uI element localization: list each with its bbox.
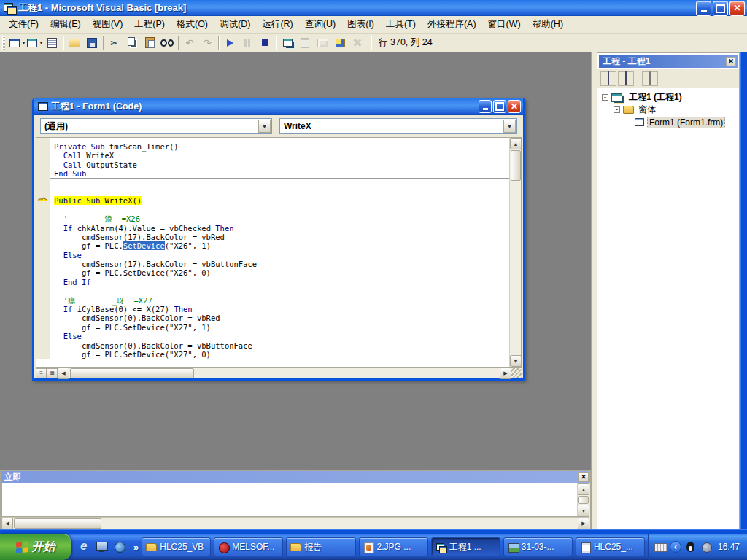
horizontal-scroll-thumb[interactable] bbox=[14, 518, 101, 529]
immediate-close-button[interactable]: ✕ bbox=[578, 472, 589, 482]
code-horizontal-scrollbar[interactable]: ≡ ≣ ◀ ▶ bbox=[36, 367, 522, 378]
code-minimize-button[interactable] bbox=[479, 100, 492, 113]
cut-button[interactable] bbox=[106, 35, 123, 51]
object-dropdown[interactable]: (通用) ▼ bbox=[40, 118, 272, 134]
code-line-text[interactable]: cmdSensor(17).BackColor = vbRed bbox=[50, 233, 509, 241]
immediate-horizontal-scrollbar[interactable]: ◀ ▶ bbox=[1, 517, 589, 529]
code-line-text[interactable]: cmdSensor(0).BackColor = vbButtonFace bbox=[50, 341, 509, 350]
menu-item[interactable]: 运行(R) bbox=[256, 16, 298, 33]
chevron-down-icon[interactable]: ▼ bbox=[503, 120, 516, 133]
run-button[interactable] bbox=[221, 35, 239, 51]
code-line-text[interactable]: Call OutputState bbox=[50, 160, 509, 169]
dropdown-caret-icon[interactable]: ▾ bbox=[22, 39, 25, 46]
code-line-text[interactable] bbox=[50, 287, 509, 295]
tree-row[interactable]: Form1 (Form1.frm) bbox=[599, 116, 738, 128]
menu-item[interactable]: 查询(U) bbox=[299, 16, 341, 33]
toolbox-button[interactable] bbox=[349, 35, 366, 51]
pause-button[interactable] bbox=[239, 35, 256, 51]
scroll-left-icon[interactable]: ◀ bbox=[1, 518, 13, 529]
code-line-text[interactable]: gf = PLC.SetDevice("X27", 0) bbox=[50, 350, 509, 359]
stop-button[interactable] bbox=[256, 35, 274, 51]
taskbar-task-button[interactable]: 工程1 ... bbox=[431, 537, 500, 556]
code-line-text[interactable]: ' 浪 =X26 bbox=[50, 214, 509, 223]
menu-item[interactable]: 图表(I) bbox=[341, 16, 380, 33]
immediate-titlebar[interactable]: 立即 ✕ bbox=[1, 471, 590, 483]
menu-item[interactable]: 编辑(E) bbox=[44, 16, 87, 33]
open-button[interactable] bbox=[66, 35, 83, 51]
tree-row[interactable]: -工程1 (工程1) bbox=[599, 91, 738, 104]
start-button[interactable]: 开始 bbox=[0, 534, 71, 560]
code-line-text[interactable]: Private Sub tmrScan_Timer() bbox=[50, 142, 509, 151]
redo-button[interactable] bbox=[198, 35, 216, 51]
ie-icon[interactable] bbox=[78, 540, 91, 553]
project-explorer-button[interactable] bbox=[279, 35, 296, 51]
taskbar-task-button[interactable]: 31-03-... bbox=[503, 537, 573, 556]
scroll-down-icon[interactable]: ▼ bbox=[578, 505, 589, 516]
tree-item-label[interactable]: 工程1 (工程1) bbox=[627, 91, 684, 104]
media-player-icon[interactable] bbox=[113, 540, 126, 553]
scroll-right-icon[interactable]: ▶ bbox=[578, 518, 589, 529]
show-desktop-icon[interactable] bbox=[96, 540, 109, 553]
code-line-text[interactable]: Else bbox=[50, 332, 509, 341]
menu-item[interactable]: 帮助(H) bbox=[527, 16, 569, 33]
taskbar-task-button[interactable]: HLC25_... bbox=[576, 537, 645, 556]
menu-item[interactable]: 外接程序(A) bbox=[422, 16, 482, 33]
quick-launch-overflow-icon[interactable]: » bbox=[133, 542, 139, 553]
immediate-vertical-scrollbar[interactable]: ▲ ▼ bbox=[577, 483, 589, 516]
code-line-text[interactable] bbox=[50, 206, 509, 214]
resize-grip[interactable] bbox=[511, 368, 522, 378]
taskbar-task-button[interactable]: 2.JPG ... bbox=[359, 537, 428, 556]
code-line-text[interactable] bbox=[50, 187, 509, 196]
code-line-text[interactable]: Public Sub WriteX() bbox=[50, 196, 509, 205]
dropdown-caret-icon[interactable]: ▾ bbox=[39, 39, 42, 46]
menu-editor-button[interactable] bbox=[43, 35, 61, 51]
collapse-expander-icon[interactable]: - bbox=[614, 106, 620, 113]
scroll-down-icon[interactable]: ▼ bbox=[510, 355, 522, 367]
vertical-scroll-thumb[interactable] bbox=[578, 496, 589, 504]
code-maximize-button[interactable] bbox=[493, 100, 506, 113]
scroll-right-icon[interactable]: ▶ bbox=[500, 368, 511, 379]
immediate-content[interactable]: ▲ ▼ bbox=[1, 483, 589, 517]
project-panel-titlebar[interactable]: 工程 - 工程1 ✕ bbox=[599, 55, 738, 68]
project-panel-close-button[interactable]: ✕ bbox=[726, 57, 736, 66]
code-line-text[interactable]: Call WriteX bbox=[50, 151, 509, 160]
toolbar-grip[interactable] bbox=[2, 36, 5, 50]
full-module-view-button[interactable]: ≣ bbox=[47, 368, 58, 378]
menu-item[interactable]: 窗口(W) bbox=[482, 16, 527, 33]
form-layout-button[interactable] bbox=[314, 35, 331, 51]
copy-button[interactable] bbox=[123, 35, 141, 51]
menu-item[interactable]: 调试(D) bbox=[214, 16, 256, 33]
view-code-button[interactable] bbox=[600, 71, 616, 86]
code-editor[interactable]: Private Sub tmrScan_Timer() Call WriteX … bbox=[36, 137, 522, 367]
tree-item-label[interactable]: 窗体 bbox=[637, 104, 657, 116]
qq-icon[interactable] bbox=[685, 541, 697, 553]
procedure-view-button[interactable]: ≡ bbox=[36, 368, 47, 378]
procedure-dropdown[interactable]: WriteX ▼ bbox=[279, 118, 517, 134]
code-line-text[interactable]: gf = PLC.SetDevice("X26", 0) bbox=[50, 268, 509, 277]
messenger-icon[interactable] bbox=[700, 541, 712, 553]
tree-item-label[interactable]: Form1 (Form1.frm) bbox=[647, 117, 725, 128]
code-line-text[interactable]: gf = PLC.SetDevice("X27", 1) bbox=[50, 323, 509, 332]
horizontal-scroll-thumb[interactable] bbox=[70, 368, 194, 378]
scroll-up-icon[interactable]: ▲ bbox=[578, 483, 589, 495]
view-object-button[interactable] bbox=[618, 71, 634, 86]
object-browser-button[interactable] bbox=[331, 35, 349, 51]
code-line-text[interactable]: End If bbox=[50, 278, 509, 287]
tree-row[interactable]: -窗体 bbox=[599, 104, 738, 116]
taskbar-task-button[interactable]: HLC25_VB bbox=[142, 537, 211, 556]
minimize-button[interactable] bbox=[696, 1, 711, 16]
code-text[interactable]: Private Sub tmrScan_Timer() Call WriteX … bbox=[36, 138, 509, 367]
code-line-text[interactable]: cmdSensor(0).BackColor = vbRed bbox=[50, 314, 509, 322]
maximize-button[interactable] bbox=[713, 1, 728, 16]
immediate-text-area[interactable] bbox=[2, 483, 577, 516]
menu-item[interactable]: 工程(P) bbox=[128, 16, 171, 33]
code-line-text[interactable] bbox=[50, 179, 509, 187]
find-button[interactable] bbox=[158, 35, 176, 51]
code-vertical-scrollbar[interactable]: ▲ ▼ bbox=[509, 138, 521, 367]
code-line-text[interactable]: gf = PLC.SetDevice("X26", 1) bbox=[50, 241, 509, 250]
panel-splitter[interactable] bbox=[591, 52, 597, 529]
menu-item[interactable]: 文件(F) bbox=[3, 16, 44, 33]
chevron-left-icon[interactable]: ‹ bbox=[670, 541, 681, 553]
paste-button[interactable] bbox=[141, 35, 158, 51]
code-close-button[interactable] bbox=[508, 100, 521, 113]
